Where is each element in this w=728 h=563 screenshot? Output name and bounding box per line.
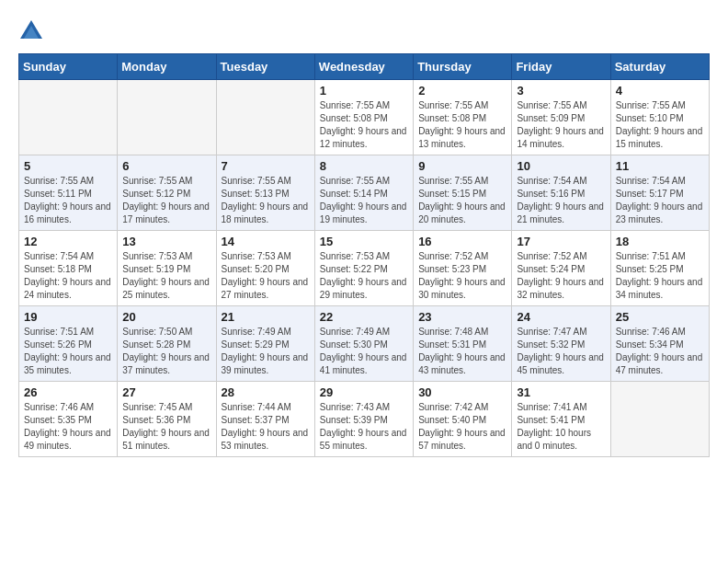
day-detail: Sunrise: 7:55 AMSunset: 5:08 PMDaylight:… <box>418 100 506 149</box>
day-detail: Sunrise: 7:53 AMSunset: 5:20 PMDaylight:… <box>222 251 309 300</box>
page-header <box>18 18 710 44</box>
calendar-cell: 28Sunrise: 7:44 AMSunset: 5:37 PMDayligh… <box>216 382 314 457</box>
day-detail: Sunrise: 7:52 AMSunset: 5:24 PMDaylight:… <box>517 251 604 300</box>
calendar-cell: 10Sunrise: 7:54 AMSunset: 5:16 PMDayligh… <box>512 155 610 231</box>
calendar-cell: 26Sunrise: 7:46 AMSunset: 5:35 PMDayligh… <box>19 382 118 457</box>
calendar-cell: 27Sunrise: 7:45 AMSunset: 5:36 PMDayligh… <box>118 382 216 457</box>
day-number: 11 <box>616 159 704 173</box>
day-number: 19 <box>24 310 112 324</box>
calendar-cell: 3Sunrise: 7:55 AMSunset: 5:09 PMDaylight… <box>512 80 610 155</box>
day-number: 27 <box>122 385 210 399</box>
day-header-sunday: Sunday <box>19 54 118 80</box>
calendar-week-4: 19Sunrise: 7:51 AMSunset: 5:26 PMDayligh… <box>19 306 710 382</box>
day-number: 7 <box>222 159 310 173</box>
calendar-week-2: 5Sunrise: 7:55 AMSunset: 5:11 PMDaylight… <box>19 155 710 231</box>
calendar-cell: 1Sunrise: 7:55 AMSunset: 5:08 PMDaylight… <box>314 80 413 155</box>
day-detail: Sunrise: 7:54 AMSunset: 5:18 PMDaylight:… <box>24 251 111 300</box>
day-detail: Sunrise: 7:54 AMSunset: 5:17 PMDaylight:… <box>616 176 703 224</box>
calendar-cell: 5Sunrise: 7:55 AMSunset: 5:11 PMDaylight… <box>19 155 118 231</box>
day-detail: Sunrise: 7:51 AMSunset: 5:26 PMDaylight:… <box>24 327 111 375</box>
calendar-week-3: 12Sunrise: 7:54 AMSunset: 5:18 PMDayligh… <box>19 231 710 306</box>
day-detail: Sunrise: 7:53 AMSunset: 5:22 PMDaylight:… <box>320 251 407 300</box>
day-number: 4 <box>616 84 704 98</box>
calendar: SundayMondayTuesdayWednesdayThursdayFrid… <box>18 53 710 457</box>
day-detail: Sunrise: 7:49 AMSunset: 5:30 PMDaylight:… <box>320 327 407 375</box>
day-header-friday: Friday <box>512 54 610 80</box>
day-detail: Sunrise: 7:55 AMSunset: 5:10 PMDaylight:… <box>616 100 703 149</box>
day-number: 24 <box>517 310 605 324</box>
day-number: 21 <box>222 310 310 324</box>
day-number: 17 <box>517 235 605 248</box>
day-detail: Sunrise: 7:47 AMSunset: 5:32 PMDaylight:… <box>517 327 604 375</box>
calendar-cell <box>118 80 216 155</box>
calendar-cell: 16Sunrise: 7:52 AMSunset: 5:23 PMDayligh… <box>414 231 512 306</box>
logo-icon <box>18 18 44 44</box>
day-header-monday: Monday <box>118 54 216 80</box>
calendar-cell: 30Sunrise: 7:42 AMSunset: 5:40 PMDayligh… <box>414 382 512 457</box>
calendar-cell: 14Sunrise: 7:53 AMSunset: 5:20 PMDayligh… <box>216 231 314 306</box>
day-number: 14 <box>222 235 310 248</box>
day-detail: Sunrise: 7:55 AMSunset: 5:08 PMDaylight:… <box>320 100 407 149</box>
calendar-cell: 21Sunrise: 7:49 AMSunset: 5:29 PMDayligh… <box>216 306 314 382</box>
day-detail: Sunrise: 7:42 AMSunset: 5:40 PMDaylight:… <box>418 402 506 451</box>
day-number: 12 <box>24 235 112 248</box>
day-header-tuesday: Tuesday <box>216 54 314 80</box>
calendar-cell: 17Sunrise: 7:52 AMSunset: 5:24 PMDayligh… <box>512 231 610 306</box>
day-detail: Sunrise: 7:54 AMSunset: 5:16 PMDaylight:… <box>517 176 604 224</box>
calendar-cell: 2Sunrise: 7:55 AMSunset: 5:08 PMDaylight… <box>414 80 512 155</box>
calendar-cell: 4Sunrise: 7:55 AMSunset: 5:10 PMDaylight… <box>610 80 709 155</box>
day-detail: Sunrise: 7:55 AMSunset: 5:15 PMDaylight:… <box>418 176 506 224</box>
day-number: 26 <box>24 385 112 399</box>
day-detail: Sunrise: 7:48 AMSunset: 5:31 PMDaylight:… <box>418 327 506 375</box>
day-number: 23 <box>418 310 506 324</box>
calendar-cell: 25Sunrise: 7:46 AMSunset: 5:34 PMDayligh… <box>610 306 709 382</box>
calendar-cell: 24Sunrise: 7:47 AMSunset: 5:32 PMDayligh… <box>512 306 610 382</box>
calendar-cell: 7Sunrise: 7:55 AMSunset: 5:13 PMDaylight… <box>216 155 314 231</box>
calendar-week-1: 1Sunrise: 7:55 AMSunset: 5:08 PMDaylight… <box>19 80 710 155</box>
day-number: 25 <box>616 310 704 324</box>
day-number: 16 <box>418 235 506 248</box>
calendar-cell: 6Sunrise: 7:55 AMSunset: 5:12 PMDaylight… <box>118 155 216 231</box>
calendar-cell: 31Sunrise: 7:41 AMSunset: 5:41 PMDayligh… <box>512 382 610 457</box>
calendar-cell <box>19 80 118 155</box>
day-detail: Sunrise: 7:52 AMSunset: 5:23 PMDaylight:… <box>418 251 506 300</box>
day-number: 9 <box>418 159 506 173</box>
day-number: 5 <box>24 159 112 173</box>
calendar-cell: 9Sunrise: 7:55 AMSunset: 5:15 PMDaylight… <box>414 155 512 231</box>
day-number: 2 <box>418 84 506 98</box>
calendar-cell: 15Sunrise: 7:53 AMSunset: 5:22 PMDayligh… <box>314 231 413 306</box>
day-detail: Sunrise: 7:50 AMSunset: 5:28 PMDaylight:… <box>122 327 210 375</box>
calendar-cell: 13Sunrise: 7:53 AMSunset: 5:19 PMDayligh… <box>118 231 216 306</box>
day-number: 20 <box>122 310 210 324</box>
calendar-header-row: SundayMondayTuesdayWednesdayThursdayFrid… <box>19 54 710 80</box>
day-detail: Sunrise: 7:45 AMSunset: 5:36 PMDaylight:… <box>122 402 210 451</box>
calendar-cell: 12Sunrise: 7:54 AMSunset: 5:18 PMDayligh… <box>19 231 118 306</box>
day-detail: Sunrise: 7:43 AMSunset: 5:39 PMDaylight:… <box>320 402 407 451</box>
day-detail: Sunrise: 7:44 AMSunset: 5:37 PMDaylight:… <box>222 402 309 451</box>
day-detail: Sunrise: 7:51 AMSunset: 5:25 PMDaylight:… <box>616 251 703 300</box>
day-detail: Sunrise: 7:55 AMSunset: 5:09 PMDaylight:… <box>517 100 604 149</box>
day-detail: Sunrise: 7:41 AMSunset: 5:41 PMDaylight:… <box>517 402 591 451</box>
calendar-cell: 23Sunrise: 7:48 AMSunset: 5:31 PMDayligh… <box>414 306 512 382</box>
calendar-cell: 20Sunrise: 7:50 AMSunset: 5:28 PMDayligh… <box>118 306 216 382</box>
day-detail: Sunrise: 7:55 AMSunset: 5:12 PMDaylight:… <box>122 176 210 224</box>
day-number: 22 <box>320 310 408 324</box>
calendar-cell <box>610 382 709 457</box>
day-detail: Sunrise: 7:46 AMSunset: 5:34 PMDaylight:… <box>616 327 703 375</box>
calendar-cell: 19Sunrise: 7:51 AMSunset: 5:26 PMDayligh… <box>19 306 118 382</box>
calendar-week-5: 26Sunrise: 7:46 AMSunset: 5:35 PMDayligh… <box>19 382 710 457</box>
day-number: 18 <box>616 235 704 248</box>
day-number: 15 <box>320 235 408 248</box>
day-number: 31 <box>517 385 605 399</box>
day-detail: Sunrise: 7:55 AMSunset: 5:11 PMDaylight:… <box>24 176 111 224</box>
day-header-thursday: Thursday <box>414 54 512 80</box>
day-number: 30 <box>418 385 506 399</box>
day-number: 1 <box>320 84 408 98</box>
day-number: 6 <box>122 159 210 173</box>
calendar-cell: 8Sunrise: 7:55 AMSunset: 5:14 PMDaylight… <box>314 155 413 231</box>
day-detail: Sunrise: 7:46 AMSunset: 5:35 PMDaylight:… <box>24 402 111 451</box>
day-number: 10 <box>517 159 605 173</box>
day-number: 8 <box>320 159 408 173</box>
logo <box>18 18 48 44</box>
calendar-cell: 18Sunrise: 7:51 AMSunset: 5:25 PMDayligh… <box>610 231 709 306</box>
